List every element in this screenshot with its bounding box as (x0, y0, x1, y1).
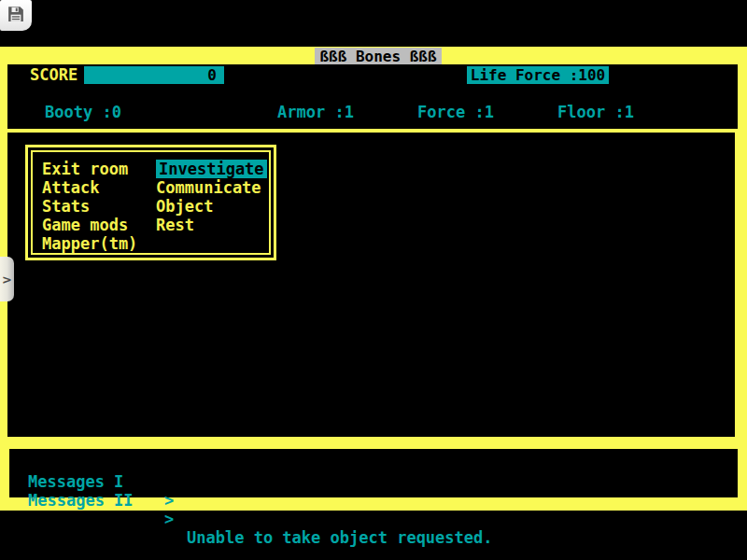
stat-booty: Booty :0 (45, 103, 121, 121)
menu-item-mapper[interactable]: Mapper(tm) (42, 234, 137, 253)
menu-item-rest[interactable]: Rest (156, 216, 267, 234)
chevron-right-icon: > (2, 273, 12, 287)
messages-panel: Messages I > Messages II > Unable to tak… (9, 449, 738, 497)
stat-floor: Floor :1 (557, 103, 634, 121)
menu-item-object[interactable]: Object (156, 197, 267, 216)
message-2-label: Messages II (28, 491, 134, 510)
command-menu-border: Exit room Attack Stats Game mods Mapper(… (31, 150, 271, 255)
game-screen: ßßß Bones ßßß SCORE : 0 Life Force :100 … (0, 0, 747, 560)
menu-column-2: Investigate Communicate Object Rest (156, 160, 267, 234)
menu-item-attack[interactable]: Attack (42, 178, 137, 197)
save-floppy-icon (7, 6, 24, 26)
score-bar: 0 (84, 66, 224, 84)
message-2-prompt: > (164, 510, 174, 528)
stat-armor: Armor :1 (277, 103, 354, 121)
game-title: ßßß Bones ßßß (315, 48, 442, 65)
message-1-prompt: > (164, 491, 174, 510)
sidebar-expand-tab[interactable]: > (0, 257, 14, 301)
stat-force: Force :1 (417, 103, 494, 121)
main-viewport: Exit room Attack Stats Game mods Mapper(… (7, 133, 735, 437)
menu-column-1: Exit room Attack Stats Game mods Mapper(… (42, 160, 137, 253)
menu-item-communicate[interactable]: Communicate (156, 178, 267, 197)
message-2-text: Unable to take object requested. (187, 528, 493, 547)
menu-item-exit-room[interactable]: Exit room (42, 160, 137, 178)
hud-panel: SCORE : 0 Life Force :100 Booty :0 Armor… (7, 64, 738, 129)
command-menu: Exit room Attack Stats Game mods Mapper(… (25, 145, 276, 260)
save-button[interactable] (0, 0, 32, 31)
message-row-2: Messages II > Unable to take object requ… (9, 472, 738, 491)
menu-item-investigate-label: Investigate (156, 160, 267, 178)
life-force-badge: Life Force :100 (467, 66, 609, 84)
message-row-1: Messages I > (9, 454, 738, 472)
menu-item-game-mods[interactable]: Game mods (42, 216, 137, 234)
menu-item-investigate[interactable]: Investigate (156, 160, 267, 178)
menu-item-stats[interactable]: Stats (42, 197, 137, 216)
